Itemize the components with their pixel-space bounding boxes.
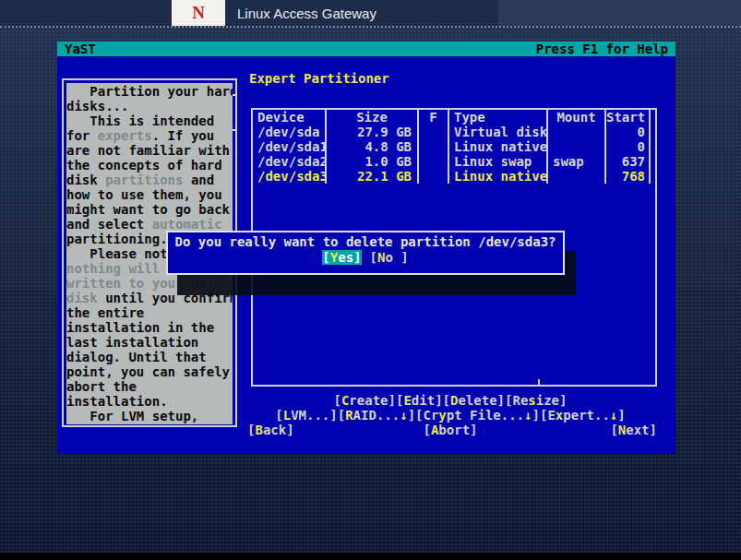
- button-text: o: [385, 250, 400, 265]
- table-cell: Start: [606, 110, 651, 125]
- button-text: pert..: [563, 408, 610, 423]
- help-text: the concepts of hard: [66, 158, 222, 173]
- button-text: Cr: [424, 408, 439, 423]
- help-line: installation.: [66, 394, 233, 409]
- back-button[interactable]: [Back]: [247, 423, 294, 437]
- help-text: and: [183, 173, 214, 187]
- lvm-button[interactable]: [LVM...]: [275, 408, 337, 423]
- help-text: disk: [66, 173, 105, 187]
- button-text: ]: [650, 423, 657, 437]
- next-button[interactable]: [Next]: [610, 423, 657, 437]
- help-link-text: experts: [98, 128, 152, 143]
- novell-n-icon: N: [192, 3, 205, 23]
- title-bar-divider: [0, 26, 741, 28]
- button-text: ]: [470, 423, 477, 437]
- button-text: ack: [263, 423, 286, 437]
- abort-button[interactable]: [Abort]: [423, 423, 477, 437]
- button-shortcut-letter: s: [528, 393, 535, 408]
- table-cell: swap: [548, 154, 606, 169]
- crypt-file-button[interactable]: [Crypt File...↓]: [415, 408, 540, 423]
- table-cell: [419, 169, 449, 184]
- button-text: AID...: [353, 408, 400, 423]
- resize-button[interactable]: [Resize]: [505, 393, 567, 408]
- help-line: for experts. If you: [66, 128, 233, 143]
- dialog-message: Do you really want to delete partition /…: [168, 234, 563, 249]
- help-text: for: [66, 128, 98, 143]
- table-cell: [548, 139, 606, 154]
- window-title: Linux Access Gateway: [237, 4, 376, 24]
- button-text: [: [443, 393, 450, 408]
- page-title: Expert Partitioner: [249, 71, 389, 86]
- yes-button[interactable]: [Yes]: [322, 250, 361, 265]
- table-row[interactable]: /dev/sda322.1 GBLinux native768: [253, 169, 655, 184]
- help-line: last installation: [66, 335, 233, 350]
- help-line: the entire: [66, 305, 233, 320]
- button-text: [: [333, 393, 341, 408]
- button-row-wizard-navigation: [Back][Abort][Next]: [242, 423, 659, 437]
- button-text: ext: [626, 423, 649, 437]
- help-line: are not familiar with: [66, 143, 233, 158]
- table-cell: 4.8 GB: [327, 139, 419, 154]
- help-text: point, you can safely: [66, 364, 230, 379]
- table-cell: Type: [449, 110, 548, 125]
- button-text: elete: [458, 393, 496, 408]
- table-cell: [419, 125, 449, 139]
- table-cell: 27.9 GB: [327, 125, 419, 139]
- table-cell: Virtual disk: [449, 125, 548, 139]
- button-text: ]: [497, 393, 505, 408]
- help-text: last installation: [66, 335, 198, 350]
- button-text: ize: [536, 393, 559, 408]
- raid-button[interactable]: [RAID...↓]: [338, 408, 415, 423]
- table-row[interactable]: /dev/sda21.0 GBLinux swapswap637: [253, 154, 655, 169]
- table-cell: Size: [327, 110, 419, 125]
- button-text: E: [547, 408, 555, 423]
- help-line: installation in the: [66, 320, 233, 335]
- expert-button[interactable]: [Expert..↓]: [540, 408, 626, 423]
- help-text: how to use them, you: [66, 187, 222, 202]
- screen-bottom-edge: [0, 553, 741, 560]
- window-title-bar-right-segment: [498, 0, 741, 26]
- help-line: might want to go back: [66, 202, 233, 217]
- delete-button[interactable]: [Delete]: [443, 393, 505, 408]
- dialog-buttons: [Yes][No ]: [168, 250, 563, 265]
- table-cell: 1.0 GB: [327, 154, 419, 169]
- table-cell: Linux native: [449, 169, 548, 184]
- button-text: Re: [512, 393, 528, 408]
- button-text: VM...: [291, 408, 329, 423]
- table-cell: Device: [253, 110, 327, 125]
- help-line: how to use them, you: [66, 187, 233, 202]
- yast-screen: YaST Press F1 for Help Expert Partitione…: [57, 42, 675, 454]
- table-cell: [419, 154, 449, 169]
- table-cell: 0: [606, 125, 651, 139]
- button-text: ]: [353, 250, 361, 265]
- help-link-text: automatic: [152, 217, 222, 232]
- button-text: [: [370, 250, 377, 265]
- button-text: ]: [329, 408, 337, 423]
- button-shortcut-letter: ↓: [524, 408, 532, 423]
- help-text: dialog. Until that: [66, 350, 207, 364]
- help-link-text: disk: [66, 291, 98, 305]
- table-row[interactable]: /dev/sda14.8 GBLinux native0: [253, 139, 655, 154]
- button-shortcut-letter: R: [345, 408, 353, 423]
- table-border-tick: [538, 379, 540, 385]
- create-button[interactable]: [Create]: [333, 393, 395, 408]
- button-shortcut-letter: ↓: [400, 408, 407, 423]
- table-cell: /dev/sda1: [253, 139, 327, 154]
- edit-button[interactable]: [Edit]: [396, 393, 443, 408]
- help-text: might want to go back: [66, 202, 230, 217]
- button-shortcut-letter: y: [438, 408, 446, 423]
- help-line: dialog. Until that: [66, 350, 233, 364]
- table-cell: [651, 110, 655, 125]
- table-row[interactable]: /dev/sda27.9 GBVirtual disk0: [253, 125, 655, 139]
- help-line: For LVM setup,: [66, 409, 233, 423]
- no-button[interactable]: [No ]: [370, 250, 409, 265]
- help-line: disk partitions and: [66, 173, 233, 187]
- help-text: abort the: [66, 379, 137, 394]
- yast-header-bar: YaST Press F1 for Help: [57, 42, 675, 56]
- table-cell: [651, 125, 655, 139]
- table-cell: Linux swap: [449, 154, 548, 169]
- table-cell: [651, 154, 655, 169]
- button-text: ]: [388, 393, 396, 408]
- table-cell: [651, 139, 655, 154]
- help-text: This is intended: [66, 113, 214, 128]
